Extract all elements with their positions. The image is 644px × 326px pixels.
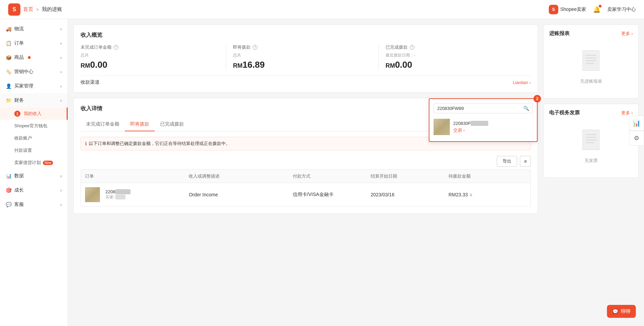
- sidebar-item-marketing[interactable]: 🏷️ 营销中心 ∨: [0, 65, 68, 79]
- incomplete-help-icon[interactable]: ?: [114, 45, 118, 50]
- sidebar-payment-settings[interactable]: 付款设置: [0, 144, 68, 157]
- reports-more-link[interactable]: 更多 ›: [621, 31, 633, 37]
- main-content: 收入概览 未完成订单金额 ? 总共 RM0.00 即将拨款 ?: [68, 19, 644, 326]
- orders-icon: 📋: [5, 40, 12, 46]
- completed-stat: 已完成拨款 ? 最近拨款日期：- RM0.00: [378, 44, 531, 70]
- sidebar-logistics-label: 物流: [14, 26, 24, 32]
- reports-empty-text: 无进账报表: [580, 78, 602, 84]
- completed-label: 已完成拨款 ?: [386, 44, 524, 50]
- tab-upcoming[interactable]: 即将拨款: [125, 118, 155, 131]
- search-icon[interactable]: 🔍: [523, 105, 529, 111]
- chat-label: 聊聊: [621, 308, 630, 314]
- order-payment-cell: 信用卡/VISA金融卡: [293, 192, 371, 198]
- order-date-cell: 2023/03/16: [371, 192, 448, 197]
- notice-icon: ℹ: [85, 141, 87, 146]
- tab-incomplete[interactable]: 未完成订单金额: [81, 118, 125, 131]
- completed-help-icon[interactable]: ?: [410, 45, 414, 50]
- tax-invoice-card: 电子税务发票 更多 › 无发票: [543, 104, 639, 178]
- order-num-blurred: xxxxxxx: [115, 189, 131, 194]
- products-icon: 📦: [5, 54, 12, 61]
- breadcrumb-separator: >: [36, 6, 39, 12]
- upcoming-value: RM16.89: [233, 60, 371, 70]
- sidebar-item-finance[interactable]: 📁 财务 ∧: [0, 93, 68, 108]
- sidebar-marketing-label: 营销中心: [14, 69, 33, 75]
- result-transaction-link[interactable]: 交易 ›: [453, 127, 533, 133]
- chart-icon-btn[interactable]: 📊: [629, 116, 644, 131]
- search-input[interactable]: [437, 106, 521, 111]
- sidebar-item-customer-service[interactable]: 💬 客服 ∨: [0, 197, 68, 212]
- sidebar-shopee-wallet[interactable]: Shopee官方钱包: [0, 120, 68, 132]
- export-button[interactable]: 导出: [497, 156, 517, 167]
- tab-completed[interactable]: 已完成拨款: [155, 118, 189, 131]
- orders-chevron-icon: ∨: [60, 42, 62, 45]
- result-thumbnail: [434, 119, 450, 135]
- reports-empty-icon: [581, 50, 601, 74]
- incomplete-label: 未完成订单金额 ?: [81, 44, 219, 50]
- filter-icon[interactable]: ≡: [520, 156, 531, 167]
- customer-service-icon: 💬: [5, 201, 12, 208]
- sidebar-item-logistics[interactable]: 🚚 物流 ∨: [0, 22, 68, 36]
- header-seller: S Shopee卖家: [549, 5, 586, 14]
- result-order-blurred: xxxxxxxx: [471, 121, 488, 126]
- sidebar-my-income[interactable]: 1 我的收入: [0, 108, 68, 120]
- sidebar-item-growth[interactable]: 🎯 成长 ∨: [0, 183, 68, 197]
- upcoming-help-icon[interactable]: ?: [253, 45, 257, 50]
- income-overview-card: 收入概览 未完成订单金额 ? 总共 RM0.00 即将拨款 ?: [73, 25, 538, 93]
- buyers-chevron-icon: ∨: [60, 84, 62, 88]
- finance-icon: 📁: [5, 97, 12, 103]
- buyer-name-blurred: xxxxx: [115, 195, 125, 199]
- right-panel: 进账报表 更多 › 无进账报表: [543, 25, 639, 321]
- popup-badge: 2: [533, 95, 541, 102]
- layout: 🚚 物流 ∨ 📋 订单 ∨ 📦 商品 ∨ 🏷️ 营销中心: [0, 19, 644, 326]
- logistics-chevron-icon: ∨: [60, 27, 62, 31]
- table-header: 订单 收入或调整描述 付款方式 结算开始日期 待拨款金额: [81, 169, 531, 183]
- my-income-label: 我的收入: [24, 111, 41, 117]
- breadcrumb-home[interactable]: 首页: [23, 6, 33, 13]
- reports-card: 进账报表 更多 › 无进账报表: [543, 25, 639, 98]
- completed-date: 最近拨款日期：-: [386, 52, 524, 58]
- customer-service-chevron-icon: ∨: [60, 203, 62, 207]
- upcoming-label: 即将拨款 ?: [233, 44, 371, 50]
- chat-icon: 💬: [612, 309, 618, 314]
- sidebar: 🚚 物流 ∨ 📋 订单 ∨ 📦 商品 ∨ 🏷️ 营销中心: [0, 19, 68, 326]
- amount-chevron-icon[interactable]: ∨: [469, 192, 473, 197]
- incomplete-value: RM0.00: [81, 60, 219, 70]
- sidebar-orders-label: 订单: [14, 40, 24, 46]
- header-right: S Shopee卖家 🔔 卖家学习中心: [549, 5, 636, 14]
- side-icons: 📊 ⚙: [629, 116, 644, 146]
- header: S 首页 > 我的进账 S Shopee卖家 🔔 卖家学习中心: [0, 0, 644, 19]
- seller-label: Shopee卖家: [560, 6, 586, 13]
- sidebar-customer-service-label: 客服: [14, 201, 24, 208]
- sidebar-item-orders[interactable]: 📋 订单 ∨: [0, 36, 68, 50]
- growth-chevron-icon: ∨: [60, 189, 62, 192]
- search-popup: 🔍 220830Fxxxxxxxx 交易 ›: [429, 98, 538, 142]
- settings-icon-btn[interactable]: ⚙: [629, 131, 644, 146]
- tax-invoice-header: 电子税务发票 更多 ›: [549, 110, 633, 116]
- col-header-order: 订单: [85, 173, 189, 179]
- notification-bell[interactable]: 🔔: [593, 6, 600, 13]
- sidebar-item-buyers[interactable]: 👤 买家管理 ∨: [0, 79, 68, 93]
- sidebar-growth-label: 成长: [14, 187, 24, 193]
- tax-invoice-more-link[interactable]: 更多 ›: [621, 110, 633, 116]
- logistics-icon: 🚚: [5, 26, 12, 32]
- upcoming-stat: 即将拨款 ? 总共 RM16.89: [226, 44, 378, 70]
- header-left: S 首页 > 我的进账: [8, 3, 62, 16]
- sidebar-item-data[interactable]: 📊 数据 ∨: [0, 169, 68, 183]
- incomplete-stat: 未完成订单金额 ? 总共 RM0.00: [81, 44, 226, 70]
- chat-button[interactable]: 💬 聊聊: [607, 305, 636, 318]
- marketing-chevron-icon: ∨: [60, 70, 62, 74]
- search-input-container: 🔍: [434, 103, 533, 113]
- sidebar-payment-account[interactable]: 收款账户: [0, 132, 68, 144]
- income-detail-card: 收入详情 未完成订单金额 即将拨款 已完成拨款 ℹ 以下订单和调整已确定拨款金额…: [73, 98, 538, 214]
- tax-invoice-empty-text: 无发票: [584, 158, 598, 164]
- notification-dot: [599, 5, 601, 7]
- sidebar-seller-loan[interactable]: 卖家借贷计划 New: [0, 157, 68, 169]
- learn-center-link[interactable]: 卖家学习中心: [607, 6, 636, 13]
- result-info: 220830Fxxxxxxxx 交易 ›: [453, 121, 533, 133]
- channel-link[interactable]: Lianlian ›: [513, 80, 531, 85]
- badge-2: 2: [533, 95, 541, 102]
- upcoming-sublabel: 总共: [233, 52, 371, 58]
- sidebar-item-products[interactable]: 📦 商品 ∨: [0, 50, 68, 65]
- sidebar-finance-label: 财务: [14, 97, 24, 103]
- result-product-image: [434, 119, 450, 135]
